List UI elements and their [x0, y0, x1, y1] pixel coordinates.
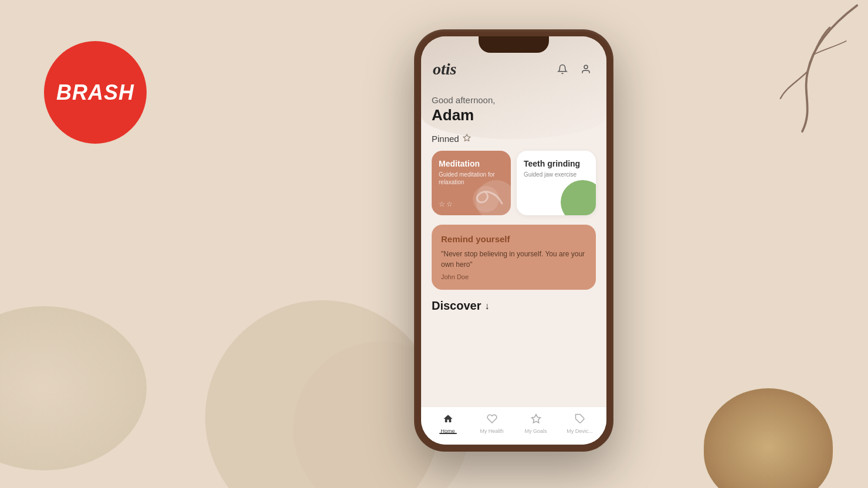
meditation-deco-swirl: [473, 180, 508, 209]
remind-author: John Doe: [441, 273, 586, 280]
health-icon: [487, 414, 497, 427]
app-header: otis: [421, 54, 606, 84]
phone-outer: otis: [414, 29, 613, 452]
remind-quote: "Never stop believing in yourself. You a…: [441, 249, 586, 270]
meditation-card-title: Meditation: [439, 159, 504, 168]
header-icons: [554, 60, 595, 78]
pinned-cards-container: Meditation Guided meditation for relaxat…: [432, 151, 596, 215]
bottom-nav: Home My Health: [421, 406, 606, 445]
nav-item-device[interactable]: My Devic...: [558, 414, 602, 434]
phone-notch: [479, 36, 549, 53]
teeth-card-title: Teeth grinding: [524, 159, 589, 168]
nav-label-device: My Devic...: [567, 428, 593, 434]
device-icon: [575, 414, 585, 427]
nav-item-home[interactable]: Home: [426, 414, 470, 434]
meditation-card-stars: ☆ ☆: [439, 200, 453, 208]
brash-logo-text: BRASH: [56, 80, 134, 105]
user-profile-icon[interactable]: [577, 60, 595, 78]
nav-active-indicator: [439, 433, 457, 434]
discover-label: Discover: [432, 299, 482, 313]
star-2-icon: ☆: [446, 200, 453, 208]
brash-logo-circle: BRASH: [44, 41, 147, 144]
nav-label-goals: My Goals: [524, 428, 547, 434]
nav-item-health[interactable]: My Health: [470, 414, 514, 434]
pinned-label: Pinned: [432, 134, 459, 144]
teeth-deco-circle: [561, 180, 596, 215]
phone-inner: otis: [421, 36, 606, 445]
pin-icon: [463, 134, 471, 144]
nav-item-goals[interactable]: My Goals: [514, 414, 558, 434]
discover-arrow-icon: ↓: [485, 301, 490, 311]
teeth-grinding-card[interactable]: Teeth grinding Guided jaw exercise: [517, 151, 596, 215]
app-content: otis: [421, 36, 606, 445]
greeting-line1: Good afternoon,: [432, 95, 596, 105]
nav-label-health: My Health: [480, 428, 504, 434]
notification-bell-icon[interactable]: [554, 60, 571, 78]
star-1-icon: ☆: [439, 200, 445, 208]
remind-title: Remind yourself: [441, 234, 586, 244]
meditation-card[interactable]: Meditation Guided meditation for relaxat…: [432, 151, 511, 215]
goals-icon: [531, 414, 541, 427]
app-scroll-area[interactable]: Good afternoon, Adam Pinned: [421, 89, 606, 409]
greeting-name: Adam: [432, 106, 596, 124]
svg-point-0: [584, 65, 588, 69]
branch-decoration: [704, 0, 868, 164]
teeth-card-subtitle: Guided jaw exercise: [524, 171, 589, 178]
phone-container: otis: [414, 29, 613, 452]
discover-section-header[interactable]: Discover ↓: [432, 299, 596, 313]
app-logo: otis: [433, 60, 456, 79]
remind-yourself-card[interactable]: Remind yourself "Never stop believing in…: [432, 225, 596, 290]
pinned-section-header: Pinned: [432, 134, 596, 144]
home-icon: [443, 414, 453, 427]
svg-marker-1: [531, 414, 540, 422]
